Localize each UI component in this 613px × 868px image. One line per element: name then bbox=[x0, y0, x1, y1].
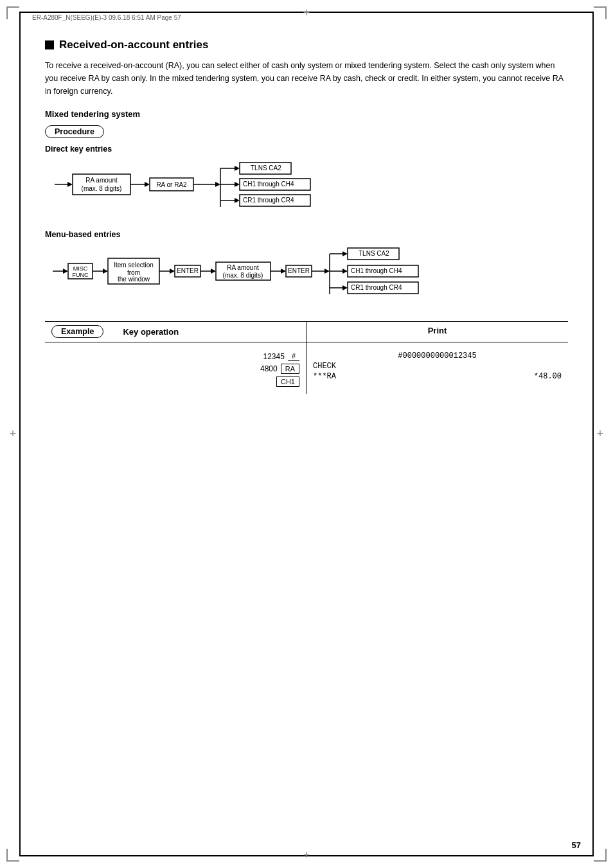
header-line: ER-A280F_N(SEEG)(E)-3 09.6.18 6:51 AM Pa… bbox=[32, 14, 181, 21]
intro-paragraph: To receive a received-on-account (RA), y… bbox=[45, 59, 568, 98]
crosshair-right bbox=[595, 429, 605, 439]
menu-based-section: Menu-based entries MISC FUNC Item select… bbox=[45, 230, 568, 307]
page-number-value: 57 bbox=[572, 840, 581, 850]
svg-marker-21 bbox=[235, 198, 240, 203]
example-header-right: Print bbox=[306, 322, 568, 342]
print-left: ***RA bbox=[313, 372, 336, 381]
example-content-left: 12345 # 4800 RA CH1 bbox=[45, 342, 306, 394]
svg-marker-30 bbox=[103, 269, 108, 274]
key-ch1: CH1 bbox=[276, 376, 299, 387]
page-border-left bbox=[19, 12, 21, 856]
print-output: #0000000000012345 CHECK ***RA *48.00 bbox=[313, 348, 562, 381]
svg-marker-25 bbox=[63, 269, 68, 274]
svg-text:CR1 through CR4: CR1 through CR4 bbox=[243, 197, 294, 204]
key-op-row-1: 12345 # bbox=[263, 351, 300, 361]
svg-text:FUNC: FUNC bbox=[73, 272, 89, 278]
corner-tl bbox=[6, 6, 19, 19]
svg-marker-56 bbox=[342, 269, 348, 274]
example-section: Example Key operation Print 12345 # 4800… bbox=[45, 321, 568, 394]
menu-based-diagram: MISC FUNC Item selection from the window… bbox=[51, 244, 568, 307]
title-square-icon bbox=[45, 40, 54, 49]
procedure-badge: Procedure bbox=[45, 125, 104, 138]
direct-key-diagram: RA amount (max. 8 digits) RA or RA2 TLNS… bbox=[51, 159, 568, 218]
svg-marker-1 bbox=[67, 182, 73, 187]
section-title: Received-on-account entries bbox=[45, 39, 568, 51]
svg-text:TLNS  CA2: TLNS CA2 bbox=[359, 250, 389, 257]
key-num-1: 12345 bbox=[263, 352, 285, 361]
svg-text:(max. 8 digits): (max. 8 digits) bbox=[82, 185, 122, 192]
svg-text:Item selection: Item selection bbox=[114, 261, 154, 269]
print-line-1: #0000000000012345 bbox=[313, 351, 562, 360]
direct-key-svg: RA amount (max. 8 digits) RA or RA2 TLNS… bbox=[51, 159, 386, 217]
svg-marker-6 bbox=[145, 182, 150, 187]
svg-text:RA or RA2: RA or RA2 bbox=[156, 181, 187, 188]
svg-text:MISC: MISC bbox=[73, 265, 88, 272]
svg-marker-45 bbox=[281, 269, 286, 274]
svg-marker-17 bbox=[235, 182, 240, 187]
example-badge: Example bbox=[51, 325, 103, 338]
svg-marker-52 bbox=[342, 251, 348, 256]
svg-text:RA amount: RA amount bbox=[227, 264, 259, 271]
example-content-row: 12345 # 4800 RA CH1 #000000000001 bbox=[45, 342, 568, 394]
svg-text:ENTER: ENTER bbox=[177, 267, 199, 274]
svg-text:the window: the window bbox=[118, 276, 150, 283]
key-ra: RA bbox=[281, 364, 299, 374]
example-header-left: Example Key operation bbox=[45, 322, 306, 342]
svg-text:CH1 through CH4: CH1 through CH4 bbox=[351, 267, 402, 274]
mixed-tendering-heading: Mixed tendering system bbox=[45, 109, 568, 119]
crosshair-left bbox=[8, 429, 18, 439]
svg-marker-10 bbox=[215, 182, 220, 187]
svg-marker-36 bbox=[170, 269, 175, 274]
print-right: *48.00 bbox=[534, 372, 562, 381]
page-border-right bbox=[592, 12, 594, 856]
svg-text:CH1 through CH4: CH1 through CH4 bbox=[243, 181, 294, 188]
svg-text:TLNS  CA2: TLNS CA2 bbox=[251, 164, 281, 172]
key-op-header: Key operation bbox=[123, 327, 179, 337]
key-op-row-3: CH1 bbox=[273, 376, 299, 387]
print-line-2: CHECK bbox=[313, 362, 562, 371]
svg-text:ENTER: ENTER bbox=[288, 267, 310, 274]
header-text: ER-A280F_N(SEEG)(E)-3 09.6.18 6:51 AM Pa… bbox=[32, 14, 181, 21]
print-header: Print bbox=[428, 326, 447, 335]
key-hash: # bbox=[288, 351, 299, 361]
direct-key-label: Direct key entries bbox=[45, 145, 568, 154]
svg-text:(max. 8 digits): (max. 8 digits) bbox=[223, 272, 263, 279]
svg-text:CR1 through CR4: CR1 through CR4 bbox=[351, 284, 402, 291]
section-title-text: Received-on-account entries bbox=[59, 39, 208, 51]
example-header-row: Example Key operation Print bbox=[45, 322, 568, 342]
crosshair-top bbox=[301, 8, 312, 18]
print-line-3: ***RA *48.00 bbox=[313, 372, 562, 381]
corner-tr bbox=[594, 6, 607, 19]
crosshair-bottom bbox=[301, 850, 312, 860]
key-num-2: 4800 bbox=[260, 364, 278, 373]
main-content: Received-on-account entries To receive a… bbox=[45, 39, 568, 394]
svg-marker-49 bbox=[324, 269, 330, 274]
svg-marker-60 bbox=[342, 285, 348, 290]
key-op-row-2: 4800 RA bbox=[260, 364, 299, 374]
example-content-right: #0000000000012345 CHECK ***RA *48.00 bbox=[306, 342, 568, 386]
corner-br bbox=[594, 849, 607, 862]
page-number: 57 bbox=[572, 840, 581, 850]
svg-marker-13 bbox=[235, 166, 240, 171]
svg-text:RA amount: RA amount bbox=[85, 177, 118, 184]
menu-based-label: Menu-based entries bbox=[45, 230, 568, 239]
svg-marker-40 bbox=[211, 269, 216, 274]
key-op-rows: 12345 # 4800 RA CH1 bbox=[51, 348, 299, 387]
menu-based-svg: MISC FUNC Item selection from the window… bbox=[51, 244, 437, 305]
corner-bl bbox=[6, 849, 19, 862]
